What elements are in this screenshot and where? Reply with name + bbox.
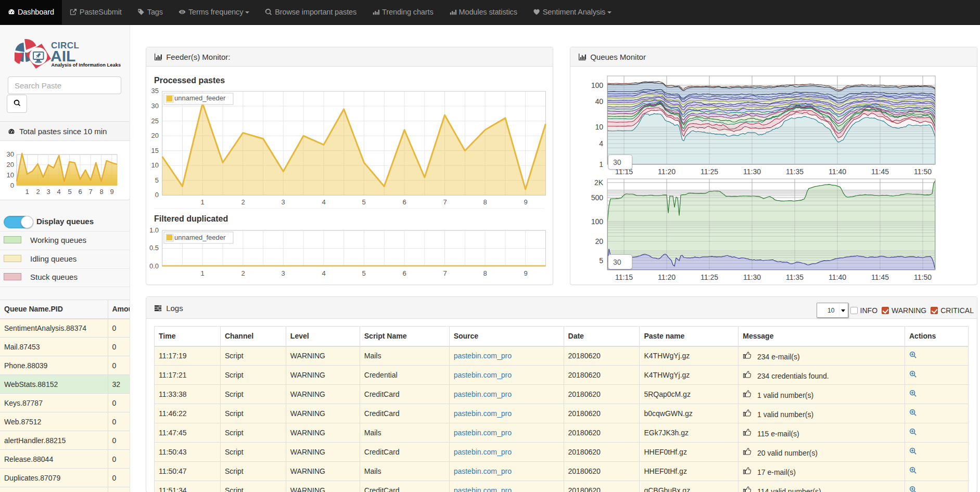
svg-text:10: 10	[7, 171, 14, 179]
svg-text:35: 35	[151, 87, 159, 95]
svg-text:10: 10	[151, 161, 159, 169]
svg-text:10: 10	[595, 123, 603, 131]
svg-text:0: 0	[155, 191, 159, 199]
svg-text:1: 1	[200, 198, 204, 206]
svg-text:4: 4	[599, 139, 603, 148]
svg-text:1: 1	[200, 269, 204, 277]
svg-text:3: 3	[281, 269, 285, 277]
svg-text:2: 2	[36, 188, 40, 196]
svg-text:20: 20	[151, 132, 159, 139]
svg-text:unnamed_feeder: unnamed_feeder	[174, 94, 226, 102]
svg-text:2: 2	[241, 269, 245, 277]
svg-text:8: 8	[99, 188, 103, 196]
svg-text:6: 6	[402, 198, 406, 206]
svg-text:1: 1	[599, 160, 603, 169]
svg-text:1: 1	[25, 188, 29, 196]
svg-text:5: 5	[599, 256, 603, 265]
svg-text:6: 6	[78, 188, 82, 196]
svg-text:11:15: 11:15	[615, 273, 633, 281]
svg-text:7: 7	[443, 198, 447, 206]
svg-text:11:25: 11:25	[701, 273, 718, 281]
svg-text:11:40: 11:40	[829, 273, 846, 281]
svg-text:11:20: 11:20	[658, 167, 676, 176]
svg-text:7: 7	[443, 269, 447, 277]
svg-text:11:30: 11:30	[743, 273, 761, 281]
svg-text:11:45: 11:45	[871, 273, 889, 281]
svg-text:0.5: 0.5	[149, 244, 159, 252]
svg-text:9: 9	[110, 188, 113, 196]
svg-text:20: 20	[7, 161, 14, 169]
svg-text:5: 5	[362, 269, 365, 277]
svg-text:11:30: 11:30	[743, 167, 761, 176]
svg-text:100: 100	[591, 81, 604, 89]
svg-text:4: 4	[57, 188, 60, 196]
svg-text:5: 5	[155, 176, 159, 184]
svg-text:20: 20	[595, 237, 603, 245]
svg-text:5: 5	[362, 198, 365, 206]
svg-text:0.0: 0.0	[149, 262, 159, 270]
svg-text:2: 2	[241, 198, 245, 206]
svg-text:Analysis of Information Leaks: Analysis of Information Leaks	[52, 62, 121, 68]
svg-text:40: 40	[595, 97, 603, 106]
svg-text:11:35: 11:35	[786, 273, 804, 281]
svg-text:11:50: 11:50	[914, 167, 932, 176]
svg-text:7: 7	[88, 188, 92, 196]
svg-text:8: 8	[483, 198, 487, 206]
svg-text:25: 25	[151, 117, 159, 125]
svg-text:6: 6	[402, 269, 406, 277]
svg-text:8: 8	[483, 269, 487, 277]
svg-text:11:45: 11:45	[871, 167, 889, 176]
svg-text:4: 4	[322, 198, 325, 206]
svg-text:11:25: 11:25	[701, 167, 718, 176]
svg-text:100: 100	[591, 217, 604, 226]
svg-text:0: 0	[10, 182, 14, 189]
svg-text:500: 500	[591, 193, 604, 202]
svg-text:3: 3	[46, 188, 50, 196]
svg-text:9: 9	[524, 198, 527, 206]
svg-text:15: 15	[151, 147, 159, 154]
svg-text:11:35: 11:35	[786, 167, 804, 176]
svg-text:1.0: 1.0	[149, 226, 159, 234]
svg-text:30: 30	[7, 150, 14, 158]
svg-text:11:40: 11:40	[829, 167, 846, 176]
svg-text:4: 4	[322, 269, 325, 277]
svg-text:11:50: 11:50	[914, 273, 932, 281]
svg-text:3: 3	[281, 198, 285, 206]
svg-text:11:20: 11:20	[658, 273, 676, 281]
svg-text:5: 5	[68, 188, 71, 196]
svg-text:2K: 2K	[594, 178, 604, 187]
svg-text:30: 30	[151, 102, 159, 110]
svg-text:unnamed_feeder: unnamed_feeder	[174, 234, 226, 241]
svg-text:9: 9	[524, 269, 527, 277]
